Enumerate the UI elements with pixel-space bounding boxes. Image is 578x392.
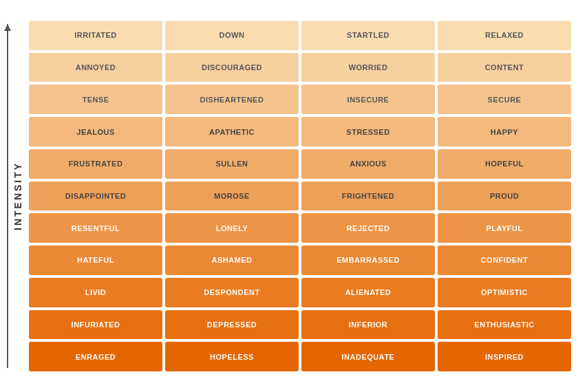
- emotion-cell: DISAPPOINTED: [29, 182, 162, 211]
- emotion-cell: INFURIATED: [29, 310, 162, 340]
- emotion-cell: ANNOYED: [29, 53, 162, 83]
- axis-line: [7, 24, 8, 368]
- emotion-cell: FRIGHTENED: [301, 182, 435, 211]
- intensity-label: INTENSITY: [12, 7, 23, 385]
- emotion-cell: INADEQUATE: [301, 342, 435, 371]
- emotion-cell: WORRIED: [301, 53, 435, 83]
- emotion-cell: JEALOUS: [29, 117, 162, 146]
- emotion-cell: LIVID: [29, 278, 162, 307]
- emotion-cell: DOWN: [165, 21, 299, 50]
- emotion-cell: STRESSED: [301, 117, 435, 146]
- emotion-cell: DEPRESSED: [165, 310, 299, 340]
- emotion-cell: DISCOURAGED: [165, 53, 299, 83]
- emotion-cell: HOPELESS: [165, 342, 299, 371]
- emotion-cell: LONELY: [165, 213, 299, 243]
- emotion-cell: HATEFUL: [29, 246, 162, 275]
- emotion-grid: IRRITATEDDOWNSTARTLEDRELAXEDANNOYEDDISCO…: [29, 21, 571, 371]
- emotion-cell: DESPONDENT: [165, 278, 299, 307]
- emotion-cell: EMBARRASSED: [301, 246, 435, 275]
- emotion-cell: SECURE: [438, 85, 571, 114]
- emotion-cell: FRUSTRATED: [29, 149, 162, 179]
- emotion-cell: INFERIOR: [301, 310, 435, 340]
- emotion-cell: PROUD: [438, 182, 571, 211]
- emotion-cell: RELAXED: [438, 21, 571, 50]
- emotion-cell: STARTLED: [301, 21, 435, 50]
- chart-container: INTENSITY IRRITATEDDOWNSTARTLEDRELAXEDAN…: [7, 7, 571, 385]
- emotion-cell: TENSE: [29, 85, 162, 114]
- emotion-cell: DISHEARTENED: [165, 85, 299, 114]
- emotion-cell: ENTHUSIASTIC: [438, 310, 571, 340]
- emotion-cell: SULLEN: [165, 149, 299, 179]
- emotion-cell: APATHETIC: [165, 117, 299, 146]
- emotion-cell: ALIENATED: [301, 278, 435, 307]
- emotion-cell: INSPIRED: [438, 342, 571, 371]
- emotion-cell: MOROSE: [165, 182, 299, 211]
- emotion-cell: HOPEFUL: [438, 149, 571, 179]
- emotion-cell: ENRAGED: [29, 342, 162, 371]
- emotion-cell: IRRITATED: [29, 21, 162, 50]
- intensity-axis: [7, 24, 8, 368]
- emotion-cell: ANXIOUS: [301, 149, 435, 179]
- emotion-cell: CONTENT: [438, 53, 571, 83]
- emotion-cell: RESENTFUL: [29, 213, 162, 243]
- emotion-cell: CONFIDENT: [438, 246, 571, 275]
- emotion-cell: ASHAMED: [165, 246, 299, 275]
- emotion-cell: OPTIMISTIC: [438, 278, 571, 307]
- emotion-cell: PLAYFUL: [438, 213, 571, 243]
- emotion-cell: REJECTED: [301, 213, 435, 243]
- emotion-cell: INSECURE: [301, 85, 435, 114]
- emotion-cell: HAPPY: [438, 117, 571, 146]
